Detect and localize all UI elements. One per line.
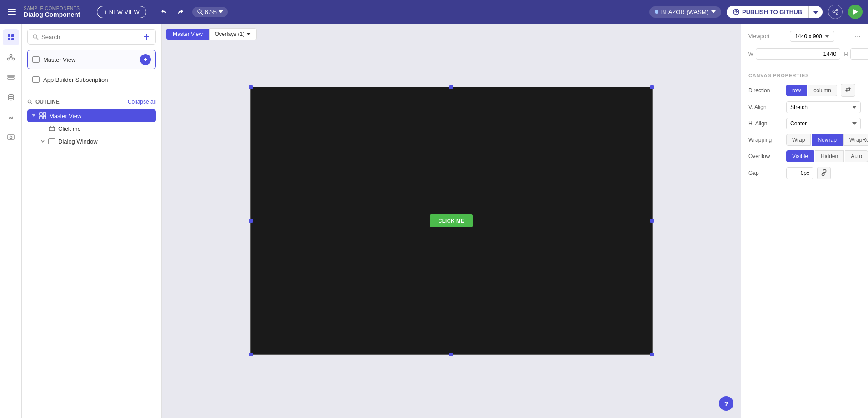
svg-rect-39 — [49, 139, 55, 144]
outline-item-dialog[interactable]: Dialog Window — [36, 135, 156, 148]
outline-search-icon — [27, 99, 33, 104]
icon-bar-preview[interactable] — [3, 129, 19, 145]
resize-handle-top-center[interactable] — [449, 85, 453, 89]
view-item-add-button[interactable] — [140, 54, 151, 65]
help-button[interactable]: ? — [719, 396, 733, 411]
resize-handle-bot-left[interactable] — [249, 353, 253, 356]
svg-rect-24 — [8, 135, 14, 139]
view-item-master[interactable]: Master View — [27, 50, 156, 69]
direction-row: Direction row column — [748, 84, 861, 97]
direction-column-button[interactable]: column — [808, 85, 837, 96]
overflow-hidden-button[interactable]: Hidden — [815, 150, 844, 162]
views-section: Master View App Builder Subscription — [22, 24, 161, 93]
overflow-auto-button[interactable]: Auto — [845, 150, 868, 162]
overlays-dropdown-icon — [246, 33, 251, 35]
app-titles: SAMPLE COMPONENTS Dialog Component — [24, 6, 80, 18]
viewport-value-text: 1440 x 900 — [795, 33, 822, 40]
svg-line-4 — [201, 13, 203, 15]
resize-handle-bot-center[interactable] — [449, 353, 453, 356]
publish-dropdown-button[interactable] — [808, 6, 823, 18]
icon-bar-pages[interactable] — [3, 29, 19, 45]
new-view-button[interactable]: + NEW VIEW — [97, 6, 146, 18]
canvas-tab[interactable]: Master View — [166, 29, 209, 40]
blazor-label: BLAZOR (WASM) — [661, 9, 708, 15]
gap-link-button[interactable] — [817, 167, 831, 179]
viewport-dropdown-icon — [825, 35, 829, 38]
view-item-appbuilder-label: App Builder Subscription — [43, 76, 151, 83]
outline-title-row: OUTLINE — [27, 99, 60, 105]
collapse-all-button[interactable]: Collapse all — [128, 99, 156, 105]
svg-rect-36 — [49, 127, 55, 131]
resize-handle-mid-right[interactable] — [650, 219, 654, 223]
svg-rect-13 — [8, 38, 10, 40]
direction-row-button[interactable]: row — [786, 85, 807, 96]
canvas-overlays[interactable]: Overlays (1) — [209, 28, 257, 40]
blazor-dot — [655, 10, 658, 14]
gap-input[interactable] — [786, 167, 813, 179]
dialog-expand-icon — [40, 139, 45, 144]
view-item-appbuilder[interactable]: App Builder Subscription — [27, 72, 156, 87]
svg-point-30 — [28, 100, 31, 103]
h-align-select[interactable]: Center — [786, 118, 861, 129]
canvas-wrapper: CLICK ME — [162, 24, 741, 418]
svg-rect-2 — [8, 14, 16, 15]
gap-label: Gap — [748, 170, 783, 176]
add-view-icon-btn[interactable] — [142, 32, 151, 41]
undo-button[interactable] — [158, 6, 170, 18]
h-input[interactable] — [850, 48, 868, 60]
svg-rect-33 — [43, 113, 46, 115]
w-input[interactable] — [756, 48, 840, 60]
resize-handle-top-right[interactable] — [650, 85, 654, 89]
outline-child-dialog-wrapper: Dialog Window — [27, 135, 156, 148]
h-align-dropdown-icon — [852, 122, 857, 125]
view-item-master-label: Master View — [43, 56, 136, 63]
main-layout: Master View App Builder Subscription — [0, 0, 868, 418]
separator-2 — [152, 5, 152, 18]
svg-line-19 — [9, 58, 11, 58]
viewport-row: Viewport 1440 x 900 ··· — [748, 31, 861, 42]
publish-group: PUBLISH TO GITHUB — [727, 6, 823, 18]
publish-button[interactable]: PUBLISH TO GITHUB — [727, 6, 808, 18]
svg-rect-28 — [33, 57, 39, 62]
viewport-label: Viewport — [748, 33, 769, 40]
run-button[interactable] — [848, 5, 863, 19]
outline-item-master-view[interactable]: Master View — [27, 109, 156, 122]
zoom-control[interactable]: 67% — [192, 7, 228, 17]
overflow-row: Overflow Visible Hidden Auto — [748, 150, 861, 162]
blazor-selector[interactable]: BLAZOR (WASM) — [649, 6, 721, 18]
icon-bar-data[interactable] — [3, 89, 19, 105]
redo-button[interactable] — [175, 6, 187, 18]
zoom-value: 67% — [205, 9, 217, 15]
wrap-button[interactable]: Wrap — [786, 134, 811, 146]
clickme-component-icon — [48, 125, 55, 132]
svg-rect-0 — [8, 9, 16, 10]
icon-bar-events[interactable] — [3, 109, 19, 125]
master-view-grid-icon — [39, 112, 46, 119]
menu-button[interactable] — [5, 6, 18, 17]
wrapre-button[interactable]: WrapRe... — [843, 134, 868, 146]
resize-handle-top-left[interactable] — [249, 85, 253, 89]
h-align-value: Center — [790, 120, 807, 127]
svg-line-27 — [37, 38, 39, 40]
v-align-select[interactable]: Stretch — [786, 101, 861, 113]
icon-bar-components[interactable] — [3, 49, 19, 65]
canvas-props-title: CANVAS PROPERTIES — [748, 73, 861, 78]
share-button[interactable] — [828, 5, 843, 19]
outline-item-clickme[interactable]: Click me — [36, 122, 156, 135]
divider-1 — [748, 67, 861, 67]
h-align-row: H. Align Center — [748, 118, 861, 129]
outline-header: OUTLINE Collapse all — [27, 99, 156, 105]
outline-dialog-label: Dialog Window — [58, 138, 152, 145]
click-me-canvas-button[interactable]: CLICK ME — [430, 214, 472, 227]
viewport-more-options[interactable]: ··· — [855, 32, 861, 40]
resize-handle-mid-left[interactable] — [249, 219, 253, 223]
direction-swap-button[interactable] — [841, 84, 855, 97]
viewport-selector[interactable]: 1440 x 900 — [790, 31, 834, 42]
overflow-visible-button[interactable]: Visible — [786, 150, 814, 162]
icon-bar-variables[interactable] — [3, 69, 19, 85]
resize-handle-bot-right[interactable] — [650, 353, 654, 356]
nowrap-button[interactable]: Nowrap — [812, 134, 842, 146]
search-input[interactable] — [41, 34, 139, 40]
svg-point-8 — [833, 11, 834, 13]
h-label: H — [844, 51, 848, 57]
